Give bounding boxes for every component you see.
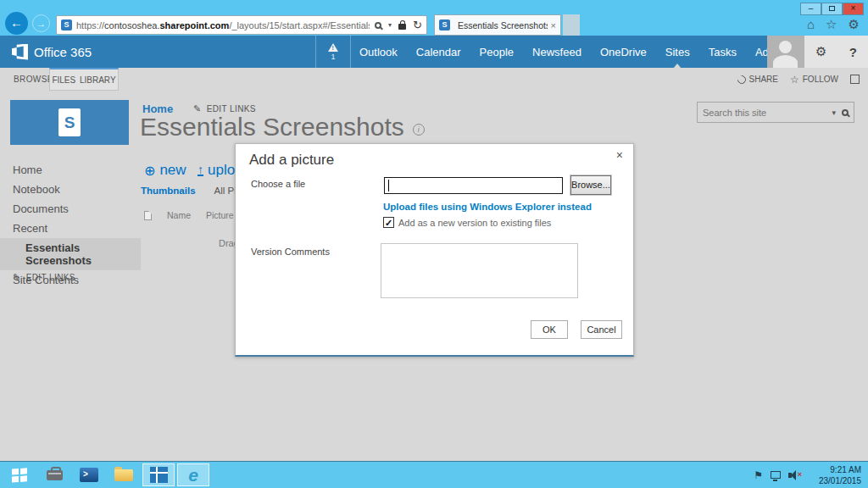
speaker-cone [791,470,796,480]
refresh-icon[interactable]: ↻ [413,19,422,30]
powershell-icon: > [80,468,98,482]
dialog-close-icon[interactable]: × [616,148,623,162]
column-name[interactable]: Name [167,210,191,220]
system-tray: ⚑ × [754,462,802,488]
folder-icon [114,469,133,481]
maximize-button[interactable] [821,3,843,15]
file-explorer-button[interactable] [108,463,140,486]
sidebar-edit-links[interactable]: ✎ EDIT LINKS [13,272,75,283]
office365-brand[interactable]: Office 365 [12,36,92,68]
tools-gear-icon[interactable]: ⚙ [849,17,860,32]
alerts-button[interactable]: 1 [315,36,351,68]
choose-file-label: Choose a file [251,179,305,189]
ribbon-tab-browse[interactable]: BROWSE [14,68,53,91]
lock-icon [398,24,406,30]
new-tab-button[interactable] [563,14,580,36]
suite-nav-outlook[interactable]: Outlook [359,46,398,58]
powershell-button[interactable]: > [73,463,105,486]
pinned-app-button[interactable] [142,463,175,486]
favorites-star-icon[interactable]: ☆ [826,17,837,32]
suite-nav-calendar[interactable]: Calendar [416,46,461,58]
address-bar[interactable]: S https://contososhea.sharepoint.com/_la… [56,15,427,35]
network-icon[interactable] [771,471,781,479]
suite-nav-newsfeed[interactable]: Newsfeed [532,46,581,58]
tab-close-icon[interactable]: × [551,20,556,30]
ribbon-tab-files[interactable]: FILES [52,75,75,85]
view-tab-thumbnails[interactable]: Thumbnails [141,186,196,196]
search-scope-dropdown-icon[interactable]: ▾ [832,108,836,117]
suite-nav: Outlook Calendar People Newsfeed OneDriv… [359,36,795,68]
internet-explorer-button[interactable]: e [177,463,209,486]
search-submit-icon[interactable] [842,109,849,116]
help-icon[interactable]: ? [849,45,857,59]
new-button[interactable]: ⊕ new [144,162,186,179]
browser-titlebar: ← → S https://contososhea.sharepoint.com… [0,0,868,36]
upload-arrow-icon: ↑ [198,164,203,176]
sidebar-item-notebook[interactable]: Notebook [0,180,141,199]
site-logo[interactable]: S [10,100,129,145]
search-input[interactable] [703,108,826,118]
cancel-button[interactable]: Cancel [581,320,622,339]
home-icon[interactable]: ⌂ [807,17,815,32]
suite-nav-onedrive[interactable]: OneDrive [600,46,647,58]
avatar-body [773,55,798,68]
text-caret [388,180,389,191]
suite-nav-people[interactable]: People [480,46,514,58]
sidebar-item-recent[interactable]: Recent [0,219,141,238]
ribbon-contextual-tab-group: FILES LIBRARY [49,68,119,91]
version-comments-textarea[interactable] [381,243,578,298]
info-icon[interactable]: i [413,124,425,136]
browser-back-button[interactable]: ← [5,12,28,35]
sharepoint-favicon-icon: S [61,19,72,30]
site-search-box[interactable]: ▾ [697,102,854,123]
minimize-icon: – [809,3,814,13]
close-button[interactable]: × [843,3,864,15]
maximize-icon [829,6,835,11]
browser-tab[interactable]: S Essentials Screenshots - Th... × [434,14,561,36]
ribbon-tab-library[interactable]: LIBRARY [80,75,116,85]
focus-content-button[interactable] [850,75,860,84]
windows-explorer-link[interactable]: Upload files using Windows Explorer inst… [383,202,592,212]
ok-button[interactable]: OK [531,320,568,339]
settings-gear-icon[interactable]: ⚙ [815,44,826,59]
url-domain: sharepoint.com [159,20,229,30]
follow-button[interactable]: ☆ FOLLOW [790,74,838,86]
start-button[interactable] [3,463,36,486]
avatar-head [779,41,792,53]
user-avatar[interactable] [767,36,804,68]
windows-taskbar: > e ⚑ × 9:21 AM 23/01/2015 [0,461,868,488]
suite-nav-tasks[interactable]: Tasks [709,46,737,58]
app-tile-icon [150,467,168,483]
windows-logo-icon [12,468,27,482]
url-subdomain: contososhea. [104,20,159,30]
version-comments-label: Version Comments [251,247,330,257]
browser-forward-button[interactable]: → [32,14,50,32]
url-text[interactable]: https://contososhea.sharepoint.com/_layo… [76,20,370,30]
volume-muted-icon[interactable]: × [788,470,802,480]
sidebar-item-documents[interactable]: Documents [0,199,141,219]
ribbon-bar: BROWSE FILES LIBRARY SHARE ☆ FOLLOW [0,68,868,91]
share-icon [736,73,748,85]
taskbar-clock[interactable]: 9:21 AM 23/01/2015 [819,464,861,486]
suite-nav-sites[interactable]: Sites [665,46,690,58]
sidebar-nav: Home Notebook Documents Recent Essential… [0,160,141,290]
share-button[interactable]: SHARE [737,75,778,84]
version-checkbox-row: ✓ Add as a new version to existing files [383,217,551,228]
file-path-input[interactable] [384,177,563,194]
sidebar-item-home[interactable]: Home [0,160,141,180]
mute-x-icon: × [798,470,802,479]
focus-icon [850,75,860,84]
follow-label: FOLLOW [803,75,838,84]
address-dropdown-icon[interactable]: ▾ [388,21,392,29]
search-icon[interactable] [375,22,381,29]
office365-logo-icon [12,44,28,60]
window-controls: – × [800,3,864,15]
sidebar-item-essentials-screenshots[interactable]: Essentials Screenshots [0,238,141,270]
server-manager-button[interactable] [38,463,70,486]
office365-brand-text: Office 365 [34,45,92,59]
document-type-icon [144,211,152,220]
action-center-flag-icon[interactable]: ⚑ [754,469,763,481]
version-checkbox[interactable]: ✓ [383,217,394,228]
browse-button[interactable]: Browse... [570,175,611,195]
minimize-button[interactable]: – [800,3,821,15]
